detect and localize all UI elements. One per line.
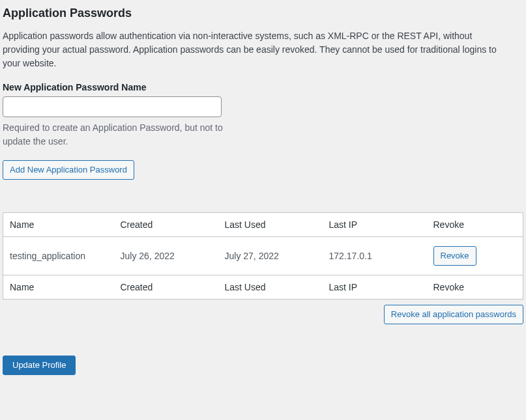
col-header-lastused: Last Used [218, 213, 323, 237]
col-header-lastip: Last IP [323, 213, 427, 237]
col-footer-lastused: Last Used [218, 275, 323, 300]
table-footer-row: Name Created Last Used Last IP Revoke [3, 275, 523, 300]
cell-lastip: 172.17.0.1 [323, 237, 427, 275]
table-row: testing_application July 26, 2022 July 2… [3, 237, 523, 275]
col-header-created: Created [114, 213, 218, 237]
cell-revoke: Revoke [427, 237, 523, 275]
section-heading: Application Passwords [3, 7, 523, 20]
col-footer-name: Name [3, 275, 114, 300]
section-description: Application passwords allow authenticati… [3, 29, 511, 70]
col-footer-created: Created [114, 275, 218, 300]
new-password-name-helper: Required to create an Application Passwo… [3, 121, 224, 148]
col-header-name: Name [3, 213, 114, 237]
table-header-row: Name Created Last Used Last IP Revoke [3, 213, 523, 237]
col-footer-lastip: Last IP [323, 275, 427, 300]
col-header-revoke: Revoke [427, 213, 523, 237]
col-footer-revoke: Revoke [427, 275, 523, 300]
add-new-password-button[interactable]: Add New Application Password [3, 160, 134, 180]
revoke-button[interactable]: Revoke [433, 246, 476, 266]
cell-created: July 26, 2022 [114, 237, 218, 275]
new-password-name-input[interactable] [3, 96, 222, 117]
passwords-table: Name Created Last Used Last IP Revoke te… [3, 212, 523, 300]
update-profile-button[interactable]: Update Profile [3, 356, 76, 375]
cell-name: testing_application [3, 237, 114, 275]
revoke-all-button[interactable]: Revoke all application passwords [384, 305, 523, 324]
new-password-name-label: New Application Password Name [3, 82, 523, 92]
cell-lastused: July 27, 2022 [218, 237, 323, 275]
